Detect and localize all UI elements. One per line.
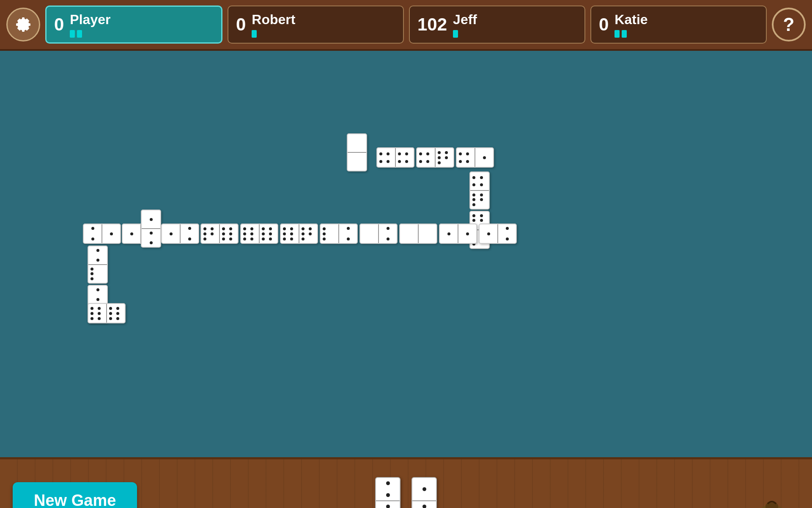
player-score-katie: 0 xyxy=(599,14,609,35)
domino-tile[interactable] xyxy=(240,224,278,244)
domino-tile[interactable] xyxy=(376,147,414,168)
player-card-player: 0 Player xyxy=(45,6,222,44)
domino-tile[interactable] xyxy=(456,147,494,168)
domino-tile[interactable] xyxy=(347,133,367,171)
player-hand xyxy=(372,477,440,508)
player-score-player: 0 xyxy=(54,14,64,35)
hand-tile-1[interactable] xyxy=(375,477,401,508)
domino-tile[interactable] xyxy=(479,224,517,244)
domino-tile[interactable] xyxy=(88,246,108,284)
player-bars-robert xyxy=(252,30,295,38)
domino-tile[interactable] xyxy=(141,210,161,248)
domino-tile[interactable] xyxy=(320,224,358,244)
player-card-jeff: 102 Jeff xyxy=(409,6,585,44)
player-bars-player xyxy=(70,30,110,38)
bar xyxy=(77,30,82,38)
domino-tile[interactable] xyxy=(469,171,490,210)
domino-tile[interactable] xyxy=(280,224,318,244)
gameboard xyxy=(0,51,812,457)
domino-tile[interactable] xyxy=(161,224,199,244)
bar xyxy=(622,30,627,38)
domino-tile[interactable] xyxy=(416,147,454,168)
domino-tile[interactable] xyxy=(359,224,398,244)
domino-tile[interactable] xyxy=(83,224,121,244)
player-name-katie: Katie xyxy=(614,12,647,28)
player-score-jeff: 102 xyxy=(417,14,447,35)
help-button[interactable]: ? xyxy=(772,8,806,41)
new-game-button[interactable]: New Game xyxy=(13,482,137,508)
bottom-tray: New Game xyxy=(0,457,812,508)
domino-half-bottom xyxy=(348,153,366,171)
domino-tile[interactable] xyxy=(200,224,239,244)
domino-tile[interactable] xyxy=(399,224,437,244)
player-bars-jeff xyxy=(453,30,477,38)
bar xyxy=(252,30,257,38)
svg-rect-1 xyxy=(765,503,778,508)
domino-tile[interactable] xyxy=(88,303,126,323)
bar xyxy=(70,30,75,38)
player-card-katie: 0 Katie xyxy=(590,6,767,44)
header: 0 Player 0 Robert 102 Jeff 0 K xyxy=(0,0,812,51)
domino-half-top xyxy=(348,134,366,152)
player-name-player: Player xyxy=(70,12,110,28)
player-bars-katie xyxy=(614,30,647,38)
player-name-robert: Robert xyxy=(252,12,295,28)
player-card-robert: 0 Robert xyxy=(228,6,404,44)
bar xyxy=(453,30,458,38)
settings-button[interactable] xyxy=(6,8,40,41)
domino-tile[interactable] xyxy=(439,224,477,244)
hand-tile-2[interactable] xyxy=(411,477,437,508)
player-name-jeff: Jeff xyxy=(453,12,477,28)
player-score-robert: 0 xyxy=(236,14,246,35)
bag-icon[interactable]: $ xyxy=(753,491,791,508)
bar xyxy=(614,30,620,38)
